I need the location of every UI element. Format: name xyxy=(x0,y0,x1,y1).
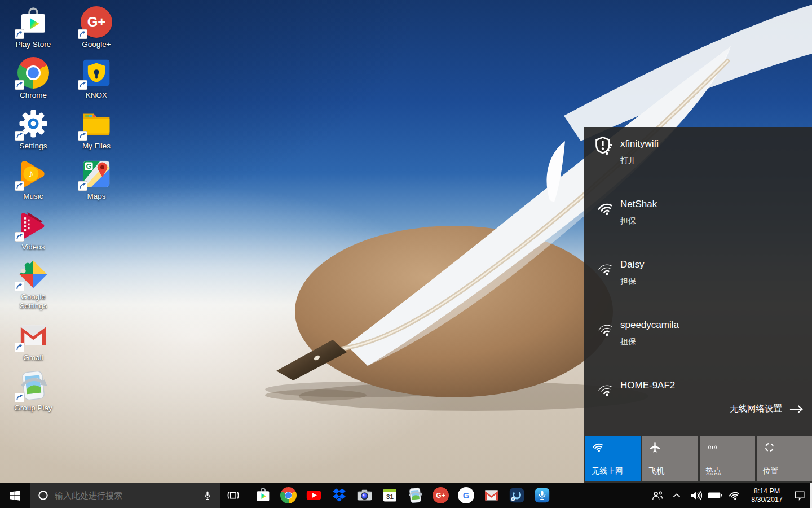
desktop-icon-gmail[interactable]: Gmail xyxy=(6,319,60,362)
arrow-right-icon xyxy=(789,404,804,414)
svg-text:31: 31 xyxy=(386,493,394,500)
desktop-icon-chrome[interactable]: Chrome xyxy=(6,57,60,100)
desktop-icon-google-plus[interactable]: G+ Google+ xyxy=(69,6,123,49)
search-input[interactable] xyxy=(54,490,197,501)
play-music-icon: ♪ xyxy=(17,158,49,190)
shortcut-arrow-icon xyxy=(15,343,24,352)
desktop-icon-label: Gmail xyxy=(6,353,60,362)
people-button[interactable] xyxy=(648,483,667,508)
taskbar-apps: 31 G+ G xyxy=(250,483,555,508)
taskbar-app-google[interactable]: G xyxy=(453,483,479,508)
quick-action-label: 位置 xyxy=(763,466,779,476)
desktop-icon-videos[interactable]: Videos xyxy=(6,209,60,252)
taskbar-app-gallery[interactable] xyxy=(403,483,428,508)
desktop-icon-label: Maps xyxy=(69,192,123,201)
google-plus-icon: G+ xyxy=(81,6,112,38)
taskbar-app-chrome[interactable] xyxy=(276,483,301,508)
play-store-icon xyxy=(17,6,49,38)
desktop-icon-label: Google+ xyxy=(69,40,123,49)
taskbar-app-calendar[interactable]: 31 xyxy=(377,483,403,508)
gmail-envelope-icon xyxy=(483,487,500,503)
desktop-icon-my-files[interactable]: My Files xyxy=(69,108,123,151)
wifi-network-netshak[interactable]: NetShak 担保 xyxy=(584,196,812,233)
clock[interactable]: 8:14 PM 8/30/2017 xyxy=(744,487,790,504)
wifi-flyout-panel: xfinitywifi 打开 NetShak 担保 Daisy 担保 speed… xyxy=(584,127,812,483)
microphone-icon[interactable] xyxy=(202,490,213,501)
quick-action-wifi[interactable]: 无线上网 xyxy=(585,436,641,481)
taskbar: 31 G+ G 8:14 PM xyxy=(0,483,812,508)
desktop-icon-group-play[interactable]: Group Play xyxy=(6,370,60,413)
wireless-settings-label: 无线网络设置 xyxy=(730,403,782,415)
desktop-icon-maps[interactable]: G Maps xyxy=(69,158,123,201)
wifi-network-name: Daisy xyxy=(620,258,803,271)
shortcut-arrow-icon xyxy=(15,29,24,39)
taskbar-app-s-voice[interactable] xyxy=(504,483,529,508)
quick-action-airplane[interactable]: 飞机 xyxy=(642,436,698,481)
wifi-network-status: 担保 xyxy=(620,275,803,287)
wifi-network-name: NetShak xyxy=(620,198,803,211)
volume-button[interactable] xyxy=(686,483,705,508)
wireless-network-settings-link[interactable]: 无线网络设置 xyxy=(730,403,804,415)
dropbox-icon xyxy=(331,487,347,503)
battery-button[interactable] xyxy=(705,483,725,508)
desktop-icon-label: Play Store xyxy=(6,40,60,49)
desktop-icon-label: Videos xyxy=(6,243,60,252)
taskbar-app-dropbox[interactable] xyxy=(326,483,352,508)
quick-action-label: 无线上网 xyxy=(592,466,623,476)
chevron-up-icon xyxy=(670,489,683,502)
wifi-network-speedycamila[interactable]: speedycamila 担保 xyxy=(584,317,812,353)
desktop: Play Store G+ Google+ Chrome KNOX Settin… xyxy=(0,0,812,508)
desktop-icon-knox[interactable]: KNOX xyxy=(69,57,123,100)
taskbar-app-play-store[interactable] xyxy=(250,483,276,508)
shortcut-arrow-icon xyxy=(15,131,24,141)
tray-overflow-button[interactable] xyxy=(667,483,686,508)
shortcut-arrow-icon xyxy=(15,80,24,90)
desktop-icon-label: Group Play xyxy=(6,404,60,413)
play-store-icon xyxy=(255,487,271,503)
google-settings-puzzle-icon xyxy=(17,259,49,290)
taskbar-app-youtube[interactable] xyxy=(301,483,326,508)
show-desktop-edge[interactable] xyxy=(809,483,812,508)
taskbar-app-voice-recorder[interactable] xyxy=(529,483,555,508)
quick-actions-bar: 无线上网 飞机 热点 位置 xyxy=(585,436,812,481)
desktop-icon-play-store[interactable]: Play Store xyxy=(6,6,60,49)
settings-gear-icon xyxy=(17,108,49,139)
wifi-network-name: xfinitywifi xyxy=(620,137,803,151)
desktop-icon-music[interactable]: ♪ Music xyxy=(6,158,60,201)
calendar-icon: 31 xyxy=(382,487,398,503)
windows-logo-icon xyxy=(8,489,22,502)
wifi-icon xyxy=(592,441,604,454)
chrome-icon xyxy=(17,57,49,89)
taskbar-app-gmail[interactable] xyxy=(479,483,504,508)
wifi-network-status: 打开 xyxy=(620,155,803,166)
wifi-network-xfinitywifi[interactable]: xfinitywifi 打开 xyxy=(584,136,812,172)
desktop-icon-google-settings[interactable]: Google Settings xyxy=(6,259,60,310)
shortcut-arrow-icon xyxy=(78,181,87,191)
wifi-signal-open-icon xyxy=(597,139,615,157)
google-icon: G xyxy=(458,487,474,503)
desktop-icon-settings[interactable]: Settings xyxy=(6,108,60,151)
action-center-button[interactable] xyxy=(790,483,809,508)
start-button[interactable] xyxy=(0,483,30,508)
network-button[interactable] xyxy=(725,483,744,508)
wifi-signal-weak-icon xyxy=(597,260,615,278)
wifi-network-status: 担保 xyxy=(620,336,803,347)
taskbar-app-google-plus[interactable]: G+ xyxy=(428,483,453,508)
clock-date: 8/30/2017 xyxy=(744,496,790,504)
battery-icon xyxy=(708,491,722,500)
quick-action-location[interactable]: 位置 xyxy=(757,436,812,481)
taskbar-app-camera[interactable] xyxy=(352,483,377,508)
wifi-network-daisy[interactable]: Daisy 担保 xyxy=(584,257,812,293)
wifi-network-name: HOME-9AF2 xyxy=(620,379,803,392)
voice-recorder-icon xyxy=(534,487,550,503)
taskbar-search-box[interactable] xyxy=(30,483,220,508)
desktop-icon-label: Chrome xyxy=(6,91,60,100)
group-play-icon xyxy=(17,370,49,401)
wifi-signal-weak-icon xyxy=(597,321,615,339)
task-view-button[interactable] xyxy=(220,483,246,508)
wifi-signal-weak-icon xyxy=(597,381,615,399)
wifi-network-name: speedycamila xyxy=(620,318,803,332)
quick-action-hotspot[interactable]: 热点 xyxy=(700,436,755,481)
system-tray: 8:14 PM 8/30/2017 xyxy=(648,483,812,508)
chrome-icon xyxy=(280,487,297,503)
